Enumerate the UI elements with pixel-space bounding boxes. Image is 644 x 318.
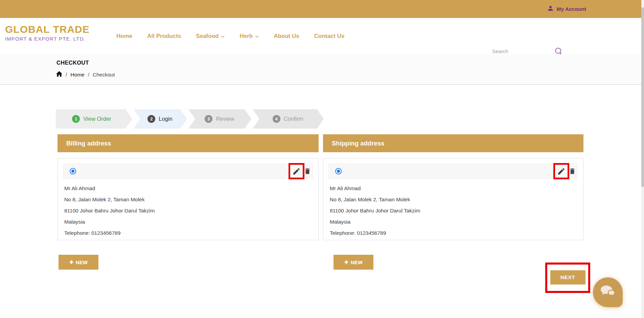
address-line: Mr Ali Ahmad [330,183,420,194]
nav-item-herb[interactable]: Herb [239,33,259,40]
step-number-badge: 1 [72,115,80,123]
shipping-card-toolbar [328,163,578,179]
billing-card-toolbar [63,163,313,179]
radio-dot [337,170,340,173]
step-review[interactable]: 3 Review [188,109,251,129]
shipping-panel-header: Shipping address [323,134,583,152]
address-line: Malaysia [64,216,155,227]
site-header: GLOBAL TRADE IMPORT & EXPORT PTE. LTD. H… [0,18,641,54]
logo-subtitle: IMPORT & EXPORT PTE. LTD. [5,36,90,42]
site-logo[interactable]: GLOBAL TRADE IMPORT & EXPORT PTE. LTD. [5,23,90,42]
nav-item-all-products[interactable]: All Products [147,33,181,40]
shipping-new-address-button[interactable]: ✚ NEW [334,255,373,270]
plus-icon: ✚ [344,260,348,265]
annotation-box-next: NEXT [545,263,590,293]
radio-dot [71,170,74,173]
chevron-down-icon [221,33,225,40]
new-button-label: NEW [351,259,363,265]
step-number-badge: 2 [147,115,155,123]
nav-item-seafood[interactable]: Seafood [196,33,225,40]
logo-title: GLOBAL TRADE [5,23,90,36]
address-line: No 8, Jalan Molek 2, Taman Molek [64,194,155,205]
billing-panel-title: Billing address [66,140,111,147]
scrollbar-track[interactable] [641,0,644,318]
shipping-address-card: Mr Ali Ahmad No 8, Jalan Molek 2, Taman … [323,158,583,240]
billing-address-panel: Billing address Mr Ali Ahmad No 8, Jalan… [58,134,319,240]
home-icon[interactable] [56,71,62,78]
shipping-address-panel: Shipping address Mr Ali Ahmad No 8, Jala… [323,134,583,240]
breadcrumb-separator: / [66,72,67,78]
address-line: Mr Ali Ahmad [64,183,155,194]
step-label: Review [216,116,234,122]
chat-bubbles-icon [599,284,616,300]
breadcrumb-section: CHECKOUT / Home / Checkout [0,54,641,85]
edit-pencil-icon[interactable] [292,167,301,176]
annotation-box-billing-edit [289,163,304,179]
billing-address-radio[interactable] [70,168,76,175]
breadcrumb-home-link[interactable]: Home [70,72,84,78]
delete-trash-icon[interactable] [304,167,311,175]
checkout-page: My Account GLOBAL TRADE IMPORT & EXPORT … [0,0,644,318]
shipping-address-radio[interactable] [335,168,342,175]
person-icon [547,5,554,13]
nav-item-home[interactable]: Home [116,33,132,40]
step-label: View Order [83,116,111,122]
top-bar: My Account [0,0,641,18]
step-login[interactable]: 2 Login [134,109,187,129]
step-number-badge: 4 [273,115,280,123]
breadcrumb-separator: / [88,72,89,78]
billing-address-text: Mr Ali Ahmad No 8, Jalan Molek 2, Taman … [64,183,155,238]
main-nav: Home All Products Seafood Herb About Us … [116,18,344,54]
nav-item-contact-us[interactable]: Contact Us [314,33,345,40]
delete-trash-icon[interactable] [569,167,576,175]
plus-icon: ✚ [69,260,73,265]
step-confirm[interactable]: 4 Confirm [253,109,324,129]
address-line: Telephone: 0123456789 [64,227,155,238]
annotation-box-shipping-edit [553,163,569,179]
new-button-label: NEW [76,259,88,265]
billing-panel-header: Billing address [58,134,319,152]
page-title: CHECKOUT [56,60,89,66]
chevron-down-icon [255,33,259,40]
step-label: Confirm [284,116,303,122]
step-label: Login [159,116,172,122]
edit-pencil-icon[interactable] [557,167,566,176]
checkout-steps: 1 View Order 2 Login 3 Review 4 Confirm [56,109,324,129]
my-account-label: My Account [557,6,586,12]
scrollbar-thumb[interactable] [641,7,644,187]
nav-item-about-us[interactable]: About Us [274,33,299,40]
breadcrumb-current: Checkout [93,72,115,78]
address-line: Malaysia [330,216,420,227]
billing-address-card: Mr Ali Ahmad No 8, Jalan Molek 2, Taman … [58,158,319,240]
next-button[interactable]: NEXT [550,270,585,285]
step-view-order[interactable]: 1 View Order [56,109,132,129]
shipping-address-text: Mr Ali Ahmad No 8, Jalan Molek 2, Taman … [330,183,420,238]
address-line: 81100 Johor Bahru Johor Darul Takzim [64,205,155,216]
address-line: No 8, Jalan Molek 2, Taman Molek [330,194,420,205]
breadcrumb: / Home / Checkout [56,71,115,78]
address-line: 81100 Johor Bahru Johor Darul Takzim [330,205,420,216]
my-account-link[interactable]: My Account [547,0,586,18]
billing-new-address-button[interactable]: ✚ NEW [59,255,98,270]
shipping-panel-title: Shipping address [332,140,384,147]
address-line: Telephone: 0123456789 [330,227,420,238]
live-chat-button[interactable] [593,277,623,307]
step-number-badge: 3 [205,115,212,123]
